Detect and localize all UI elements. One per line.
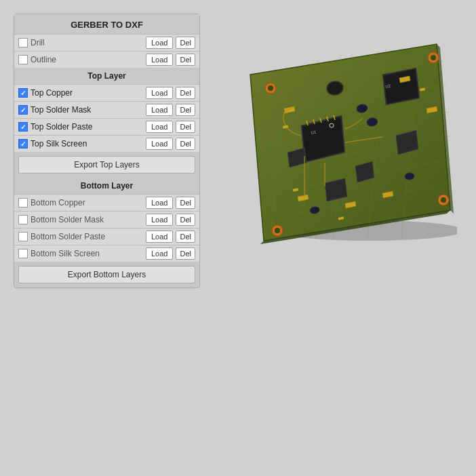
top-solder-paste-del-button[interactable]: Del (176, 121, 195, 133)
top-layer-header: Top Layer (14, 68, 199, 84)
export-bottom-layers-button[interactable]: Export Bottom Layers (18, 266, 195, 283)
outline-load-button[interactable]: Load (146, 54, 173, 66)
bottom-copper-del-button[interactable]: Del (176, 197, 195, 209)
top-copper-label: Top Copper (31, 88, 143, 98)
top-silk-screen-load-button[interactable]: Load (146, 138, 173, 150)
bottom-layer-header: Bottom Layer (14, 178, 199, 194)
outline-label: Outline (31, 55, 143, 64)
drill-row: Drill Load Del (14, 34, 199, 51)
bottom-copper-row: Bottom Copper Load Del (14, 194, 199, 211)
svg-point-20 (441, 197, 446, 203)
top-solder-mask-load-button[interactable]: Load (146, 104, 173, 116)
top-solder-paste-load-button[interactable]: Load (146, 121, 173, 133)
top-silk-screen-checkbox[interactable] (18, 139, 28, 148)
drill-load-button[interactable]: Load (146, 37, 173, 49)
bottom-solder-paste-row: Bottom Solder Paste Load Del (14, 228, 199, 245)
top-solder-paste-row: Top Solder Paste Load Del (14, 118, 199, 135)
pcb-visualization: U2 U1 (220, 20, 457, 251)
bottom-solder-paste-label: Bottom Solder Paste (31, 232, 143, 241)
bottom-silk-screen-del-button[interactable]: Del (176, 247, 195, 260)
bottom-copper-load-button[interactable]: Load (146, 197, 173, 209)
svg-point-22 (275, 228, 280, 233)
top-solder-mask-row: Top Solder Mask Load Del (14, 101, 199, 118)
drill-label: Drill (31, 38, 143, 47)
top-silk-screen-del-button[interactable]: Del (176, 138, 195, 150)
bottom-solder-paste-checkbox[interactable] (18, 232, 28, 241)
top-solder-paste-checkbox[interactable] (18, 122, 28, 132)
bottom-copper-checkbox[interactable] (18, 198, 28, 207)
bottom-solder-mask-del-button[interactable]: Del (176, 214, 195, 226)
top-solder-mask-del-button[interactable]: Del (176, 104, 195, 116)
outline-del-button[interactable]: Del (176, 54, 195, 66)
bottom-silk-screen-checkbox[interactable] (18, 249, 28, 258)
bottom-solder-mask-row: Bottom Solder Mask Load Del (14, 211, 199, 228)
main-container: GERBER TO DXF Drill Load Del Outline Loa… (0, 0, 476, 476)
right-panel: U2 U1 (214, 14, 462, 251)
top-solder-paste-label: Top Solder Paste (31, 122, 143, 132)
top-solder-mask-checkbox[interactable] (18, 105, 28, 115)
bottom-copper-label: Bottom Copper (31, 198, 143, 207)
panel-title: GERBER TO DXF (14, 14, 199, 34)
svg-marker-1 (250, 44, 450, 241)
bottom-silk-screen-row: Bottom Silk Screen Load Del (14, 245, 199, 262)
bottom-solder-mask-checkbox[interactable] (18, 215, 28, 224)
bottom-silk-screen-label: Bottom Silk Screen (31, 249, 143, 258)
drill-del-button[interactable]: Del (176, 37, 195, 49)
top-copper-row: Top Copper Load Del (14, 84, 199, 101)
bottom-solder-paste-del-button[interactable]: Del (176, 231, 195, 243)
top-solder-mask-label: Top Solder Mask (31, 105, 143, 115)
bottom-solder-paste-load-button[interactable]: Load (146, 231, 173, 243)
top-copper-del-button[interactable]: Del (176, 87, 195, 99)
top-copper-checkbox[interactable] (18, 88, 28, 98)
top-copper-load-button[interactable]: Load (146, 87, 173, 99)
drill-checkbox[interactable] (18, 38, 28, 47)
left-panel: GERBER TO DXF Drill Load Del Outline Loa… (14, 14, 200, 288)
svg-point-16 (268, 85, 273, 91)
bottom-silk-screen-load-button[interactable]: Load (146, 247, 173, 260)
top-silk-screen-label: Top Silk Screen (31, 139, 143, 148)
bottom-solder-mask-load-button[interactable]: Load (146, 214, 173, 226)
svg-point-18 (431, 55, 436, 60)
outline-checkbox[interactable] (18, 55, 28, 64)
top-silk-screen-row: Top Silk Screen Load Del (14, 135, 199, 152)
export-top-layers-button[interactable]: Export Top Layers (18, 156, 195, 174)
outline-row: Outline Load Del (14, 51, 199, 68)
bottom-solder-mask-label: Bottom Solder Mask (31, 215, 143, 224)
